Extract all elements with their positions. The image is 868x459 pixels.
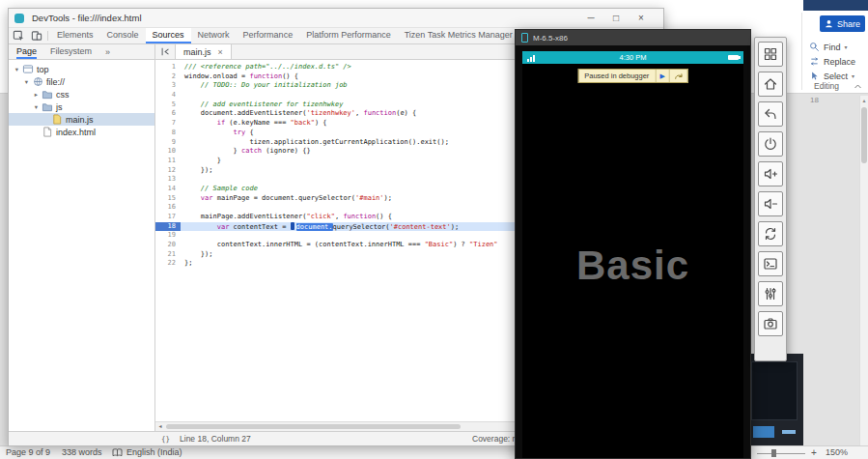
scrollbar-thumb[interactable] [861,107,867,163]
shell-button[interactable] [758,251,783,276]
tab-performance[interactable]: Performance [237,28,300,43]
pretty-print-icon[interactable]: {} [161,435,170,444]
ribbon-group-divider [801,13,802,90]
back-button[interactable] [758,101,783,127]
volume-down-button[interactable] [758,191,783,216]
tab-tizen-task-metrics-manager[interactable]: Tizen Task Metrics Manager [398,28,519,43]
gutter-cell[interactable]: 20 [155,241,181,250]
controls-button[interactable] [758,281,783,306]
share-button[interactable]: Share [820,15,865,32]
inspect-element-button[interactable] [9,28,27,43]
emulator-screen[interactable]: 4:30 PM Paused in debugger ▶ Basic [522,51,743,458]
document-embedded-image [745,354,803,445]
tab-platform-performance[interactable]: Platform Performance [299,28,398,43]
replace-button[interactable]: Replace [809,55,855,68]
shell-icon [763,256,778,272]
tree-item-index-html[interactable]: index.html [9,126,154,138]
gutter-cell[interactable]: 21 [155,250,181,260]
scroll-up-icon[interactable]: ▴ [860,96,868,105]
volume-up-button[interactable] [758,161,783,186]
gutter-cell[interactable]: 22 [155,259,181,269]
toolbar-divider [47,31,48,41]
word-count[interactable]: 338 words [62,446,102,459]
gutter-cell[interactable]: 9 [155,138,181,148]
gutter-cell[interactable]: 6 [155,109,181,119]
gutter-cell[interactable]: 16 [155,203,181,213]
editor-tab-main-js[interactable]: main.js × [175,44,232,59]
maximize-button[interactable]: □ [603,10,629,27]
word-vertical-scrollbar[interactable]: ▴ [859,96,868,445]
gutter-cell[interactable]: 2 [155,72,181,82]
sources-sidebar: PageFilesystem» ▾top▾file://▸css▾jsmain.… [9,44,155,431]
tree-item-label: file:// [46,77,65,87]
close-tab-icon[interactable]: × [218,47,223,57]
tab-sources[interactable]: Sources [146,28,191,43]
gutter-cell[interactable]: 1 [155,63,181,72]
device-toolbar-button[interactable] [27,28,45,43]
tree-item-js[interactable]: ▾js [9,100,154,113]
app-content-text[interactable]: Basic [522,243,743,289]
gutter-cell[interactable]: 19 [155,231,181,241]
collapse-ribbon-icon[interactable] [854,82,862,91]
gutter-cell[interactable]: 15 [155,194,181,204]
tab-network[interactable]: Network [191,28,237,43]
scrollbar-thumb[interactable] [166,424,461,429]
chevron-expanded-icon[interactable]: ▾ [32,103,41,111]
sidebar-tab-filesystem[interactable]: Filesystem [50,44,92,59]
folder-icon [41,101,54,112]
chevron-expanded-icon[interactable]: ▾ [22,78,31,86]
tab-elements[interactable]: Elements [50,28,100,43]
gutter-cell[interactable]: 7 [155,119,181,129]
tree-item-main-js[interactable]: main.js [9,113,154,126]
resume-script-button[interactable]: ▶ [655,70,668,82]
page-count[interactable]: Page 9 of 9 [6,446,50,459]
tree-item-file-[interactable]: ▾file:// [9,75,154,88]
home-button[interactable] [758,72,783,97]
volume-down-icon [763,196,778,212]
gutter-cell[interactable]: 17 [155,213,181,222]
gutter-cell[interactable]: 5 [155,100,181,110]
rotate-button[interactable] [758,221,783,246]
gutter-cell[interactable]: 4 [155,91,181,100]
gutter-cell[interactable]: 13 [155,175,181,185]
editor-tab-label: main.js [183,47,211,57]
gutter-cell[interactable]: 12 [155,166,181,176]
gutter-cell[interactable]: 11 [155,157,181,166]
emulator-title: M-6.5-x86 [533,34,568,43]
apps-grid-button[interactable] [758,42,783,67]
zoom-slider-handle[interactable] [771,449,776,457]
gutter-cell[interactable]: 10 [155,147,181,157]
step-over-button[interactable] [669,70,687,82]
gutter-cell[interactable]: 3 [155,81,181,91]
power-button[interactable] [758,131,783,157]
select-label: Select [824,72,848,81]
sidebar-tabs-overflow-icon[interactable]: » [105,44,110,59]
zoom-in-button[interactable]: + [811,446,817,459]
tab-console[interactable]: Console [100,28,146,43]
minimize-button[interactable]: ─ [578,10,603,27]
editor-gutter[interactable]: 12345678910111213141516171819202122 [155,60,181,421]
chevron-collapsed-icon[interactable]: ▸ [32,91,41,99]
camera-icon [763,316,778,331]
sidebar-tabs: PageFilesystem» [9,44,154,60]
gutter-cell[interactable]: 8 [155,129,181,138]
tree-item-top[interactable]: ▾top [9,63,154,75]
language-status[interactable]: English (India) [126,446,182,459]
editing-group-label: Editing [814,81,839,91]
find-button[interactable]: Find ▾ [809,41,848,53]
tree-item-css[interactable]: ▸css [9,88,154,100]
close-button[interactable]: × [629,10,654,27]
word-title-bar [803,0,868,11]
sidebar-tab-page[interactable]: Page [16,44,37,59]
gutter-cell[interactable]: 18 [155,222,181,232]
chevron-expanded-icon[interactable]: ▾ [13,66,21,73]
camera-button[interactable] [758,311,783,336]
paused-in-debugger-banner: Paused in debugger ▶ [577,69,688,83]
battery-icon [728,55,739,60]
zoom-level[interactable]: 150% [826,446,848,459]
devtools-tabs: ElementsConsoleSourcesNetworkPerformance… [50,28,564,43]
scroll-left-icon[interactable]: ◂ [155,422,165,431]
hide-navigator-icon[interactable] [155,44,175,59]
gutter-cell[interactable]: 14 [155,185,181,194]
zoom-slider-track[interactable] [757,453,805,454]
